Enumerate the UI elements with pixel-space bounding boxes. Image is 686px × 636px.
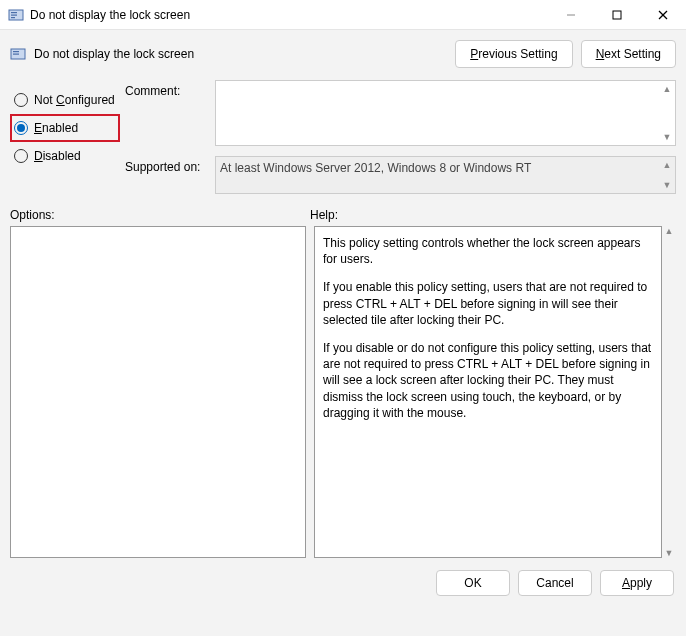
cancel-button[interactable]: Cancel <box>518 570 592 596</box>
radio-label: Enabled <box>34 121 78 135</box>
scroll-up-icon[interactable]: ▲ <box>665 226 674 236</box>
help-label: Help: <box>310 208 676 222</box>
help-paragraph: If you disable or do not configure this … <box>323 340 653 421</box>
supported-on-value: At least Windows Server 2012, Windows 8 … <box>220 161 531 175</box>
ok-button[interactable]: OK <box>436 570 510 596</box>
svg-rect-1 <box>11 12 17 13</box>
dialog-footer: OK Cancel Apply <box>0 558 686 596</box>
options-label: Options: <box>10 208 310 222</box>
scroll-down-icon[interactable]: ▼ <box>661 131 673 143</box>
radio-enabled[interactable]: Enabled <box>10 114 120 142</box>
supported-on-box: At least Windows Server 2012, Windows 8 … <box>215 156 676 194</box>
help-scrollbar[interactable]: ▲ ▼ <box>662 226 676 558</box>
close-button[interactable] <box>640 0 686 30</box>
scroll-down-icon[interactable]: ▼ <box>661 179 673 191</box>
help-paragraph: If you enable this policy setting, users… <box>323 279 653 328</box>
help-paragraph: This policy setting controls whether the… <box>323 235 653 267</box>
policy-header: Do not display the lock screen Previous … <box>0 30 686 76</box>
apply-button[interactable]: Apply <box>600 570 674 596</box>
comment-textarea[interactable]: ▲ ▼ <box>215 80 676 146</box>
radio-disabled[interactable]: Disabled <box>10 142 125 170</box>
radio-label: Not Configured <box>34 93 115 107</box>
help-pane: This policy setting controls whether the… <box>314 226 662 558</box>
svg-rect-2 <box>11 14 17 15</box>
policy-icon <box>10 46 26 62</box>
titlebar: Do not display the lock screen <box>0 0 686 30</box>
policy-app-icon <box>8 7 24 23</box>
minimize-button[interactable] <box>548 0 594 30</box>
options-pane <box>10 226 306 558</box>
comment-label: Comment: <box>125 80 215 98</box>
maximize-button[interactable] <box>594 0 640 30</box>
scroll-down-icon[interactable]: ▼ <box>665 548 674 558</box>
policy-title: Do not display the lock screen <box>34 47 194 61</box>
previous-setting-button[interactable]: Previous Setting <box>455 40 572 68</box>
svg-rect-9 <box>13 51 19 52</box>
scroll-up-icon[interactable]: ▲ <box>661 83 673 95</box>
window-title: Do not display the lock screen <box>30 8 190 22</box>
radio-icon <box>14 149 28 163</box>
supported-on-label: Supported on: <box>125 156 215 174</box>
svg-rect-3 <box>11 17 15 18</box>
next-setting-button[interactable]: Next Setting <box>581 40 676 68</box>
state-radio-group: Not Configured Enabled Disabled <box>10 80 125 194</box>
radio-label: Disabled <box>34 149 81 163</box>
scroll-up-icon[interactable]: ▲ <box>661 159 673 171</box>
radio-icon <box>14 93 28 107</box>
radio-not-configured[interactable]: Not Configured <box>10 86 125 114</box>
svg-rect-5 <box>613 11 621 19</box>
radio-icon <box>14 121 28 135</box>
svg-rect-10 <box>13 54 19 55</box>
